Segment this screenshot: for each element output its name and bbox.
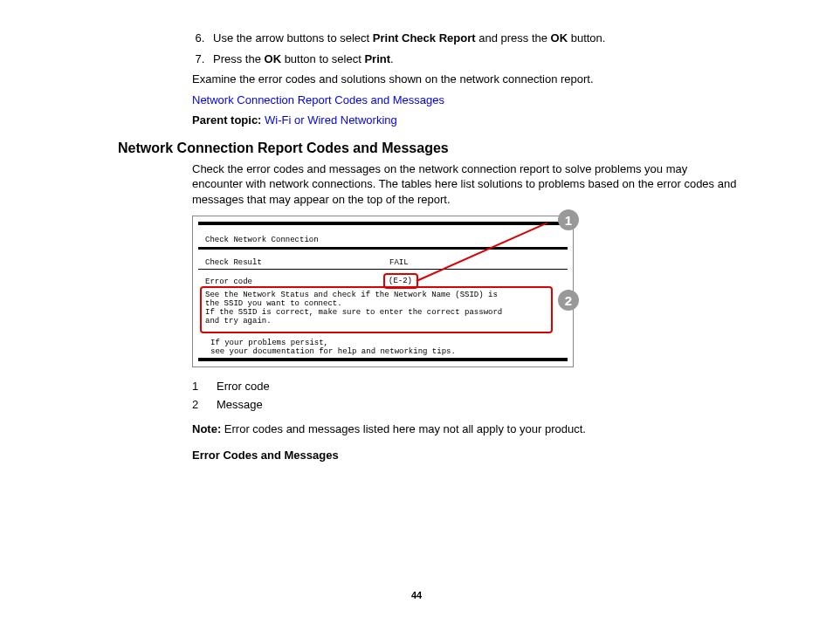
step-6: Use the arrow buttons to select Print Ch… — [208, 31, 737, 46]
step-7-text-b: button to select — [281, 52, 364, 65]
step-7-bold-2: Print — [364, 52, 390, 65]
callout-line-1 — [416, 223, 548, 283]
step-6-bold-1: Print Check Report — [373, 31, 476, 45]
step-6-text-a: Use the arrow buttons to select — [213, 31, 373, 45]
step-7-bold-1: OK — [265, 52, 282, 65]
fig-persist-2: see your documentation for help and netw… — [210, 347, 456, 356]
section-heading: Network Connection Report Codes and Mess… — [118, 140, 737, 156]
step-7-text-a: Press the — [213, 52, 265, 65]
examine-text: Examine the error codes and solutions sh… — [192, 72, 737, 87]
page-number: 44 — [0, 590, 833, 600]
intro-paragraph: Check the error codes and messages on th… — [192, 161, 737, 208]
step-7: Press the OK button to select Print. — [208, 51, 737, 67]
fig-msg-2: the SSID you want to connect. — [205, 299, 342, 308]
link-parent-topic[interactable]: Wi-Fi or Wired Networking — [265, 113, 397, 127]
step-6-text-c: button. — [568, 31, 605, 45]
step-6-text-b: and press the — [476, 31, 551, 45]
step-6-bold-2: OK — [551, 31, 568, 45]
parent-topic-label: Parent topic: — [192, 113, 261, 127]
step-list: Use the arrow buttons to select Print Ch… — [192, 31, 737, 66]
fig-msg-1: See the Network Status and check if the … — [205, 291, 498, 299]
fig-msg-4: and try again. — [205, 317, 272, 325]
report-figure: Check Network Connection Check Result FA… — [192, 216, 574, 367]
fig-title: Check Network Connection — [205, 236, 319, 244]
step-7-text-c: . — [390, 52, 394, 65]
fig-persist-1: If your problems persist, — [210, 339, 328, 347]
link-report-codes[interactable]: Network Connection Report Codes and Mess… — [192, 93, 444, 106]
note-label: Note: — [192, 422, 221, 435]
legend-num-1: 1 — [192, 380, 217, 393]
fig-msg-3: If the SSID is correct, make sure to ent… — [205, 308, 502, 317]
note-text: Error codes and messages listed here may… — [221, 422, 586, 435]
subheading-error-codes: Error Codes and Messages — [192, 449, 339, 462]
figure-legend: 1 Error code 2 Message — [192, 380, 737, 411]
fig-error-label: Error code — [205, 277, 252, 286]
legend-text-1: Error code — [217, 380, 270, 393]
callout-badge-2: 2 — [558, 290, 579, 311]
fig-error-value: (E-2) — [389, 277, 412, 285]
legend-text-2: Message — [217, 398, 263, 411]
fig-result-label: Check Result — [205, 258, 262, 267]
fig-result-value: FAIL — [389, 258, 409, 267]
legend-num-2: 2 — [192, 398, 217, 411]
callout-badge-1: 1 — [558, 209, 579, 230]
